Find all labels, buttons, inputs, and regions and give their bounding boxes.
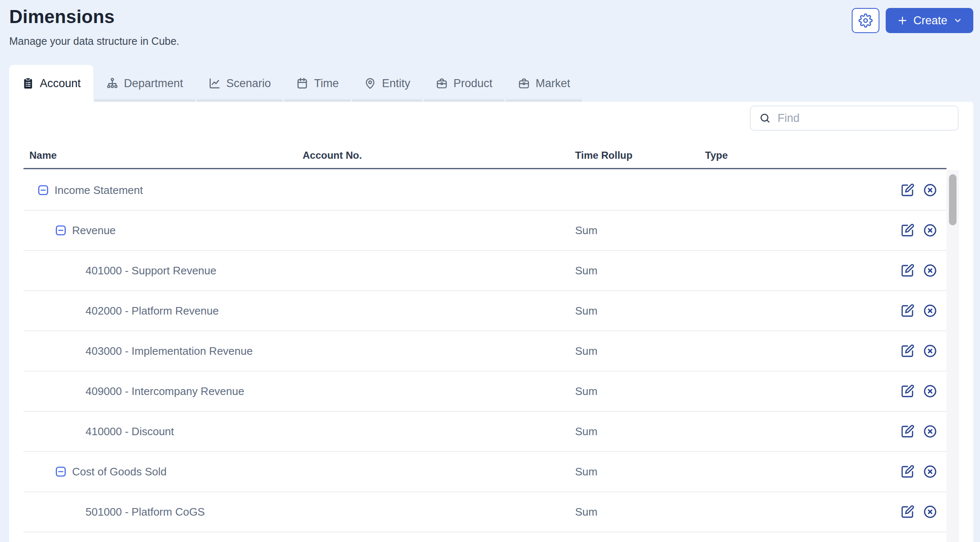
row-actions	[900, 384, 946, 398]
row-name: Revenue	[72, 224, 116, 237]
x-circle-icon	[923, 505, 937, 519]
collapse-minus-icon[interactable]	[54, 224, 67, 237]
row-actions	[900, 304, 946, 318]
edit-icon	[900, 263, 915, 278]
settings-button[interactable]	[852, 8, 879, 33]
row-time-rollup: Sum	[575, 305, 705, 317]
column-header-name: Name	[23, 150, 303, 161]
row-time-rollup: Sum	[575, 385, 705, 398]
row-name-cell: Income Statement	[23, 184, 303, 197]
row-name: 501000 - Platform CoGS	[86, 506, 205, 519]
edit-row-button[interactable]	[900, 223, 915, 237]
search-input-wrapper	[750, 106, 959, 131]
row-actions	[900, 505, 946, 519]
edit-row-button[interactable]	[900, 304, 915, 318]
vertical-scrollbar[interactable]	[946, 170, 959, 542]
delete-row-button[interactable]	[923, 263, 937, 278]
dimensions-page: Dimensions Manage your data structure in…	[0, 0, 980, 542]
x-circle-icon	[923, 183, 937, 197]
row-name-cell: 501000 - Platform CoGS	[23, 506, 303, 519]
edit-icon	[900, 384, 915, 398]
tab-scenario[interactable]: Scenario	[196, 65, 284, 102]
plus-icon	[897, 15, 908, 26]
sitemap-icon	[106, 77, 119, 90]
x-circle-icon	[923, 384, 937, 398]
row-name-cell: 402000 - Platform Revenue	[23, 305, 303, 317]
row-name: 409000 - Intercompany Revenue	[86, 385, 244, 398]
create-button-label: Create	[913, 14, 947, 27]
scrollbar-thumb[interactable]	[949, 174, 957, 225]
tab-product[interactable]: Product	[423, 65, 505, 102]
table-row: 401000 - Support RevenueSum	[23, 251, 946, 291]
row-time-rollup: Sum	[575, 224, 705, 237]
delete-row-button[interactable]	[923, 424, 937, 439]
page-title: Dimensions	[9, 7, 973, 27]
edit-row-button[interactable]	[900, 505, 915, 519]
table-row: Income Statement	[23, 170, 946, 211]
delete-row-button[interactable]	[923, 505, 937, 519]
row-actions	[900, 424, 946, 439]
tab-label: Market	[536, 77, 570, 90]
table-row: 403000 - Implementation RevenueSum	[23, 331, 946, 372]
collapse-minus-icon[interactable]	[54, 465, 67, 478]
edit-icon	[900, 505, 915, 519]
delete-row-button[interactable]	[923, 465, 937, 479]
row-time-rollup: Sum	[575, 506, 705, 519]
page-subtitle: Manage your data structure in Cube.	[9, 35, 973, 47]
row-name-cell: Revenue	[23, 224, 303, 237]
edit-row-button[interactable]	[900, 344, 915, 358]
calendar-icon	[296, 77, 309, 90]
delete-row-button[interactable]	[923, 384, 937, 398]
row-name: Cost of Goods Sold	[72, 465, 166, 478]
tab-time[interactable]: Time	[283, 65, 351, 102]
edit-icon	[900, 344, 915, 358]
row-time-rollup: Sum	[575, 264, 705, 277]
column-header-time-rollup: Time Rollup	[575, 150, 705, 161]
delete-row-button[interactable]	[923, 183, 937, 197]
dimension-tabs: AccountDepartmentScenarioTimeEntityProdu…	[9, 65, 583, 102]
table-row: 409000 - Intercompany RevenueSum	[23, 372, 946, 412]
table-row: 410000 - DiscountSum	[23, 412, 946, 452]
collapse-minus-icon[interactable]	[37, 184, 49, 196]
x-circle-icon	[923, 304, 937, 318]
search-input[interactable]	[778, 112, 949, 125]
page-header: Dimensions Manage your data structure in…	[9, 0, 973, 47]
row-time-rollup: Sum	[575, 345, 705, 358]
row-actions	[900, 263, 946, 278]
tab-account[interactable]: Account	[9, 65, 93, 102]
row-name: Income Statement	[54, 184, 143, 197]
chevron-down-icon	[953, 16, 962, 25]
row-name-cell: Cost of Goods Sold	[23, 465, 303, 478]
delete-row-button[interactable]	[923, 344, 937, 358]
x-circle-icon	[923, 424, 937, 439]
delete-row-button[interactable]	[923, 223, 937, 237]
x-circle-icon	[923, 263, 937, 278]
x-circle-icon	[923, 344, 937, 358]
row-name: 410000 - Discount	[86, 425, 174, 438]
edit-row-button[interactable]	[900, 465, 915, 479]
table-row: RevenueSum	[23, 211, 946, 251]
edit-icon	[900, 465, 915, 479]
tab-market[interactable]: Market	[505, 65, 583, 102]
edit-row-button[interactable]	[900, 424, 915, 439]
tab-label: Account	[40, 77, 81, 90]
row-name: 401000 - Support Revenue	[86, 264, 216, 277]
row-name: 403000 - Implementation Revenue	[86, 345, 253, 358]
table-row: Cost of Goods SoldSum	[23, 452, 946, 492]
edit-row-button[interactable]	[900, 384, 915, 398]
edit-row-button[interactable]	[900, 183, 915, 197]
tab-entity[interactable]: Entity	[351, 65, 423, 102]
delete-row-button[interactable]	[923, 304, 937, 318]
edit-row-button[interactable]	[900, 263, 915, 278]
clipboard-icon	[22, 77, 34, 90]
tab-department[interactable]: Department	[93, 65, 196, 102]
row-name: 402000 - Platform Revenue	[86, 305, 219, 317]
x-circle-icon	[923, 465, 937, 479]
content-card: Name Account No. Time Rollup Type Income…	[9, 102, 973, 542]
edit-icon	[900, 183, 915, 197]
row-actions	[900, 465, 946, 479]
create-button[interactable]: Create	[886, 8, 973, 33]
column-header-type: Type	[705, 150, 946, 161]
column-header-account-no: Account No.	[303, 150, 575, 161]
row-name-cell: 410000 - Discount	[23, 425, 303, 438]
